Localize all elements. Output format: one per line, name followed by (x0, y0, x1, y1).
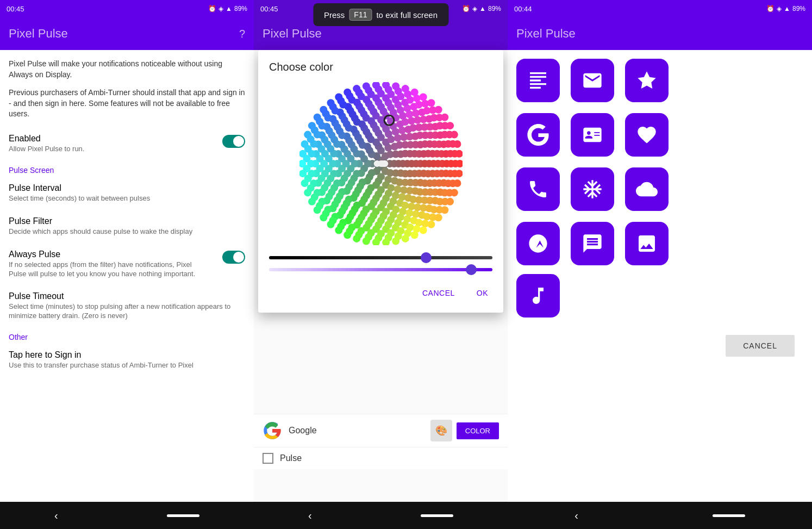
app-tile-phone[interactable] (516, 167, 560, 211)
dialog-title: Choose color (269, 61, 492, 73)
desc-always-pulse: If no selected apps (from the filter) ha… (9, 260, 198, 279)
toolbar-3: Pixel Pulse (508, 17, 812, 50)
alarm-icon-2: ⏰ (462, 5, 470, 13)
home-pill-2[interactable] (421, 514, 453, 517)
phone-icon (527, 178, 549, 200)
app-tile-heart[interactable] (625, 113, 669, 157)
desc-tap-sign-in: Use this to transfer purchase status of … (9, 361, 245, 370)
desc-pulse-timeout: Select time (minutes) to stop pulsing af… (9, 302, 245, 321)
desc-pulse-filter: Decide which apps should cause pulse to … (9, 227, 245, 237)
intro-text-1: Pixel Pulse will make your notifications… (9, 59, 245, 80)
status-bar-3: 00:44 ⏰ ◈ ▲ 89% (508, 0, 812, 17)
heart-icon (636, 124, 658, 146)
google-app-name: Google (289, 426, 430, 435)
color-wheel-canvas[interactable] (299, 82, 463, 245)
setting-enabled: Enabled Allow Pixel Pulse to run. (9, 127, 245, 160)
color-thumb[interactable] (466, 264, 477, 275)
status-bar-1: 00:45 ⏰ ◈ ▲ 89% (0, 0, 254, 17)
app-title-3: Pixel Pulse (516, 27, 576, 41)
cancel-button[interactable]: CANCEL (726, 335, 795, 357)
title-pulse-timeout: Pulse Timeout (9, 291, 245, 301)
app-tile-id[interactable] (571, 113, 614, 157)
battery-3: 89% (792, 5, 805, 13)
battery-2: 89% (488, 5, 501, 13)
panel-app-grid: 00:44 ⏰ ◈ ▲ 89% Pixel Pulse (508, 0, 812, 529)
cloud-icon (636, 178, 658, 200)
dialog-cancel-button[interactable]: CANCEL (418, 284, 459, 302)
setting-title-enabled: Enabled (9, 134, 84, 144)
mail-icon (582, 70, 603, 91)
back-button-2[interactable]: ‹ (308, 509, 312, 522)
time-2: 00:45 (260, 5, 278, 13)
brightness-slider-track[interactable] (269, 256, 492, 259)
f11-key: F11 (349, 9, 372, 21)
app-tile-gallery[interactable] (625, 222, 669, 265)
setting-pulse-filter[interactable]: Pulse Filter Decide which apps should ca… (9, 210, 245, 243)
section-other: Other (9, 327, 245, 344)
panel-settings: 00:45 ⏰ ◈ ▲ 89% Pixel Pulse ? Pixel Puls… (0, 0, 254, 529)
color-slider-container (269, 268, 492, 271)
toggle-always-pulse[interactable] (222, 251, 245, 264)
home-pill-1[interactable] (167, 514, 199, 517)
exit-fullscreen-label: to exit full screen (376, 10, 438, 20)
pulse-checkbox[interactable] (263, 453, 273, 464)
toggle-enabled[interactable] (222, 135, 245, 148)
alarm-icon: ⏰ (208, 5, 216, 13)
app-grid-scroll: CANCEL (508, 50, 812, 502)
battery-1: 89% (234, 5, 247, 13)
settings-content: Pixel Pulse will make your notifications… (0, 50, 254, 502)
alarm-icon-3: ⏰ (766, 5, 774, 13)
app-tile-chat[interactable] (571, 222, 614, 265)
time-1: 00:45 (7, 5, 24, 13)
music-tile-row (508, 274, 812, 326)
app-title-1: Pixel Pulse (9, 27, 68, 41)
pulse-app-name: Pulse (280, 453, 499, 463)
fullscreen-hint: Press F11 to exit full screen (313, 3, 448, 26)
google-app-row: Google 🎨 COLOR (254, 414, 508, 447)
google-color-icon-btn[interactable]: 🎨 (430, 420, 452, 441)
star-icon (636, 70, 658, 91)
chat-icon (582, 233, 603, 254)
help-icon[interactable]: ? (239, 28, 245, 40)
pulse-app-row: Pulse (254, 447, 508, 469)
app-tile-snowflake[interactable] (571, 167, 614, 211)
google-icon (263, 421, 282, 440)
app-tile-notes[interactable] (516, 59, 560, 102)
toolbar-1: Pixel Pulse ? (0, 17, 254, 50)
app-tile-mail[interactable] (571, 59, 614, 102)
back-button-3[interactable]: ‹ (574, 509, 578, 522)
app-tile-cloud[interactable] (625, 167, 669, 211)
home-pill-3[interactable] (713, 514, 745, 517)
setting-pulse-timeout[interactable]: Pulse Timeout Select time (minutes) to s… (9, 285, 245, 327)
setting-pulse-interval[interactable]: Pulse Interval Select time (seconds) to … (9, 177, 245, 210)
palette-icon: 🎨 (435, 425, 447, 437)
section-pulse-screen: Pulse Screen (9, 160, 245, 177)
color-slider-track[interactable] (269, 268, 492, 271)
google-color-button[interactable]: COLOR (457, 422, 499, 439)
app-tile-music[interactable] (516, 274, 560, 318)
app-tile-compass[interactable] (516, 222, 560, 265)
back-button-1[interactable]: ‹ (54, 509, 58, 522)
id-card-icon (582, 124, 603, 146)
brightness-thumb[interactable] (421, 252, 432, 263)
title-pulse-filter: Pulse Filter (9, 216, 245, 226)
status-icons-2: ⏰ ◈ ▲ 89% (462, 5, 501, 13)
bottom-nav-2: ‹ (254, 502, 508, 529)
wifi-icon-3: ▲ (784, 5, 790, 13)
press-label: Press (324, 10, 345, 20)
dialog-buttons: CANCEL OK (269, 280, 492, 302)
setting-tap-sign-in[interactable]: Tap here to Sign in Use this to transfer… (9, 344, 245, 377)
brightness-icon-2: ◈ (472, 5, 477, 13)
panel-color-picker: 00:45 ⏰ ◈ ▲ 89% Pixel Pulse Press F11 to… (254, 0, 508, 529)
color-wheel-container[interactable] (269, 82, 492, 245)
brightness-slider-container (269, 256, 492, 259)
setting-desc-enabled: Allow Pixel Pulse to run. (9, 145, 84, 154)
setting-always-pulse: Always Pulse If no selected apps (from t… (9, 243, 245, 285)
app-tile-star[interactable] (625, 59, 669, 102)
google-g-icon (527, 124, 549, 146)
color-picker-dialog: Choose color CANCEL OK (258, 50, 503, 313)
bottom-nav-3: ‹ (508, 502, 812, 529)
dialog-ok-button[interactable]: OK (472, 284, 492, 302)
notes-icon (527, 70, 549, 91)
app-tile-google[interactable] (516, 113, 560, 157)
